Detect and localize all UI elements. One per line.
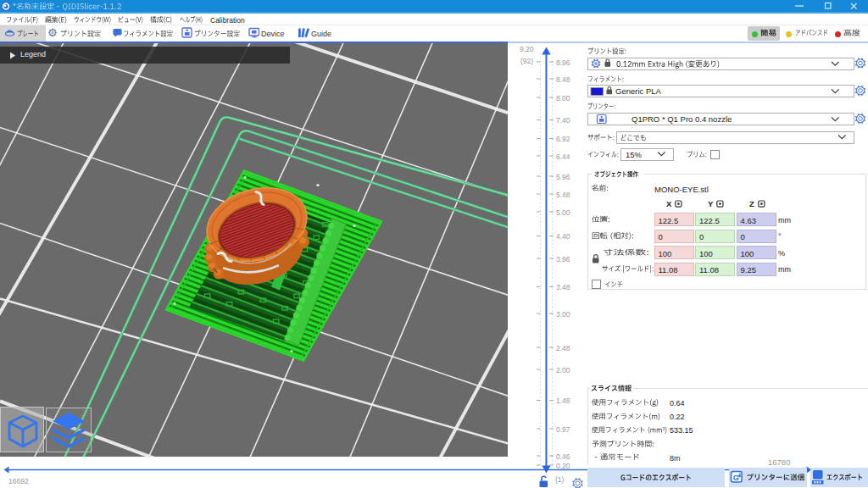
svg-text:G: G — [733, 474, 739, 482]
